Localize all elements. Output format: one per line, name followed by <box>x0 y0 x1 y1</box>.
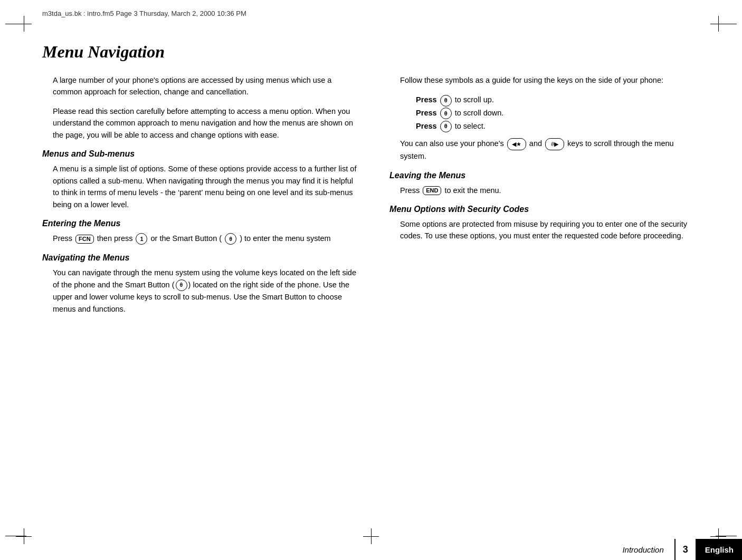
column-right: Follow these symbols as a guide for usin… <box>389 74 700 518</box>
hash-key: #▶ <box>545 138 564 150</box>
header-text: m3tda_us.bk : intro.fm5 Page 3 Thursday,… <box>42 9 700 17</box>
page-title: Menu Navigation <box>42 42 700 62</box>
select-button: θ <box>440 121 452 132</box>
tick-bottom-left <box>5 536 26 536</box>
footer-black-bar: 3 English <box>674 539 742 560</box>
fcn-button: FCN <box>75 235 94 244</box>
header-filename: m3tda_us.bk : intro.fm5 Page 3 Thursday,… <box>42 9 246 17</box>
two-column-layout: A large number of your phone's options a… <box>42 74 700 518</box>
star-key: ◀★ <box>507 138 526 150</box>
press-select: Press θ to select. <box>416 120 700 133</box>
section-security-heading: Menu Options with Security Codes <box>389 205 700 214</box>
scroll-down-button: θ <box>440 108 452 119</box>
section-security-body: Some options are protected from misuse b… <box>400 218 700 242</box>
tick-top-left <box>5 24 26 24</box>
crosshair-bottom-left <box>16 528 32 544</box>
entering-then: then press <box>97 234 135 243</box>
section-entering-body: Press FCN then press 1 or the Smart Butt… <box>53 233 358 245</box>
crosshair-bottom-center <box>363 528 379 544</box>
entering-suffix: ) to enter the menu system <box>240 234 330 243</box>
section-entering-heading: Entering the Menus <box>42 219 358 228</box>
smart-button-inline: θ <box>225 233 236 245</box>
tick-bottom-right <box>716 536 737 536</box>
entering-press-label: Press <box>53 234 74 243</box>
press-scroll-up: Press θ to scroll up. <box>416 93 700 107</box>
footer-english-label: English <box>705 545 734 554</box>
section-menus-submenus-heading: Menus and Sub-menus <box>42 149 358 159</box>
intro-paragraph-2: Please read this section carefully befor… <box>53 105 358 141</box>
footer-intro-label: Introduction <box>622 545 663 554</box>
entering-or: or the Smart Button ( <box>151 234 222 243</box>
footer-intro-area: Introduction <box>612 539 674 560</box>
footer-page-number: 3 <box>674 539 697 560</box>
scroll-up-button: θ <box>440 95 452 107</box>
footer-bar: Introduction 3 English <box>612 539 742 560</box>
section-leaving-heading: Leaving the Menus <box>389 171 700 180</box>
footer-english-container: English <box>697 539 742 560</box>
press-scroll-down: Press θ to scroll down. <box>416 107 700 120</box>
main-content: Menu Navigation A large number of your p… <box>42 42 700 518</box>
nav-keys-text: You can also use your phone’s ◀★ and #▶ … <box>400 138 700 162</box>
column-left: A large number of your phone's options a… <box>42 74 358 518</box>
leaving-press-label: Press <box>400 186 422 195</box>
section-navigating-body: You can navigate through the menu system… <box>53 267 358 315</box>
intro-paragraph-1: A large number of your phone's options a… <box>53 74 358 98</box>
section-leaving-body: Press END to exit the menu. <box>400 185 700 196</box>
right-intro: Follow these symbols as a guide for usin… <box>400 74 700 86</box>
section-menus-submenus-body: A menu is a simple list of options. Some… <box>53 163 358 210</box>
one-button: 1 <box>136 233 147 245</box>
section-navigating-heading: Navigating the Menus <box>42 253 358 263</box>
leaving-suffix: to exit the menu. <box>444 186 501 195</box>
tick-top-right <box>716 24 737 24</box>
end-button: END <box>423 186 441 195</box>
smart-btn-nav: θ <box>176 279 187 291</box>
